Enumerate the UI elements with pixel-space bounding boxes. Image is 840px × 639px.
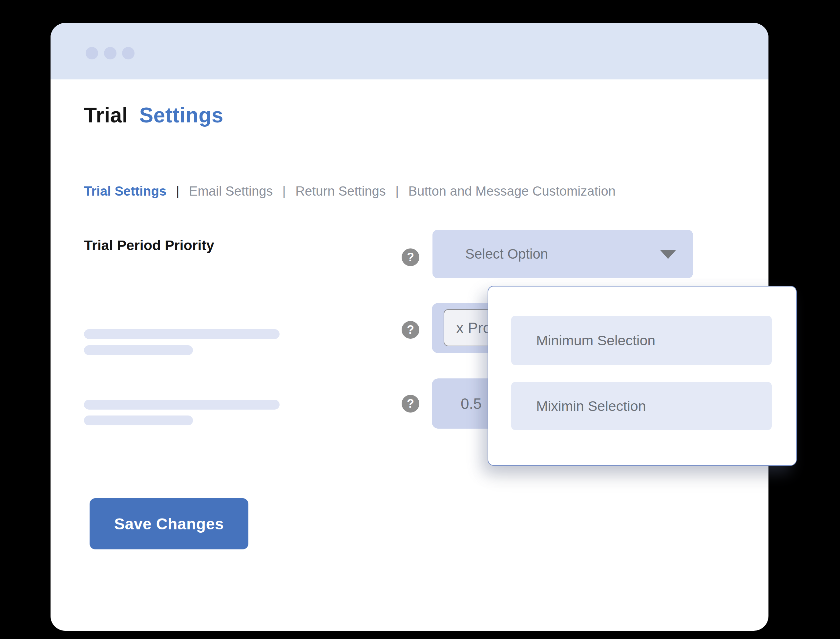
- nav-separator: |: [176, 184, 179, 198]
- tab-trial-settings[interactable]: Trial Settings: [84, 184, 166, 198]
- window-titlebar: [51, 23, 769, 79]
- tab-return-settings[interactable]: Return Settings: [295, 184, 386, 198]
- question-mark-glyph: ?: [407, 397, 414, 410]
- app-window: Trial Settings Trial Settings | Email Se…: [51, 23, 769, 631]
- question-mark-glyph: ?: [407, 250, 414, 264]
- question-mark-glyph: ?: [407, 323, 414, 337]
- option-minimum-selection[interactable]: Minimum Selection: [511, 316, 772, 365]
- window-control-dot-icon[interactable]: [86, 47, 98, 59]
- window-control-dot-icon[interactable]: [122, 47, 135, 59]
- text-input-value: x Pro: [456, 319, 491, 337]
- help-icon[interactable]: ?: [402, 248, 419, 266]
- select-value: Select Option: [465, 246, 548, 262]
- screenshot-canvas: Trial Settings Trial Settings | Email Se…: [0, 0, 840, 639]
- settings-nav: Trial Settings | Email Settings | Return…: [84, 183, 616, 199]
- page-title-accent: Settings: [139, 103, 223, 127]
- skeleton-line: [84, 415, 193, 425]
- skeleton-line: [84, 400, 279, 410]
- number-input-value: 0.5: [460, 395, 482, 413]
- select-dropdown-popup: Minimum Selection Miximin Selection: [487, 286, 797, 466]
- tab-button-message-customization[interactable]: Button and Message Customization: [408, 184, 615, 198]
- chevron-down-icon: [660, 250, 676, 259]
- nav-separator: |: [395, 184, 399, 198]
- option-label: Minimum Selection: [536, 332, 655, 348]
- page-title: Trial Settings: [84, 104, 224, 126]
- help-icon[interactable]: ?: [402, 321, 419, 339]
- window-control-dot-icon[interactable]: [104, 47, 116, 59]
- trial-priority-select[interactable]: Select Option: [432, 230, 693, 278]
- page-title-primary: Trial: [84, 103, 128, 127]
- field-label-trial-period-priority: Trial Period Priority: [84, 237, 214, 253]
- option-miximin-selection[interactable]: Miximin Selection: [511, 382, 772, 430]
- tab-email-settings[interactable]: Email Settings: [189, 184, 273, 198]
- nav-separator: |: [283, 184, 286, 198]
- save-changes-button[interactable]: Save Changes: [90, 498, 248, 549]
- option-label: Miximin Selection: [536, 398, 646, 414]
- help-icon[interactable]: ?: [402, 395, 419, 413]
- skeleton-line: [84, 345, 193, 355]
- skeleton-line: [84, 329, 279, 339]
